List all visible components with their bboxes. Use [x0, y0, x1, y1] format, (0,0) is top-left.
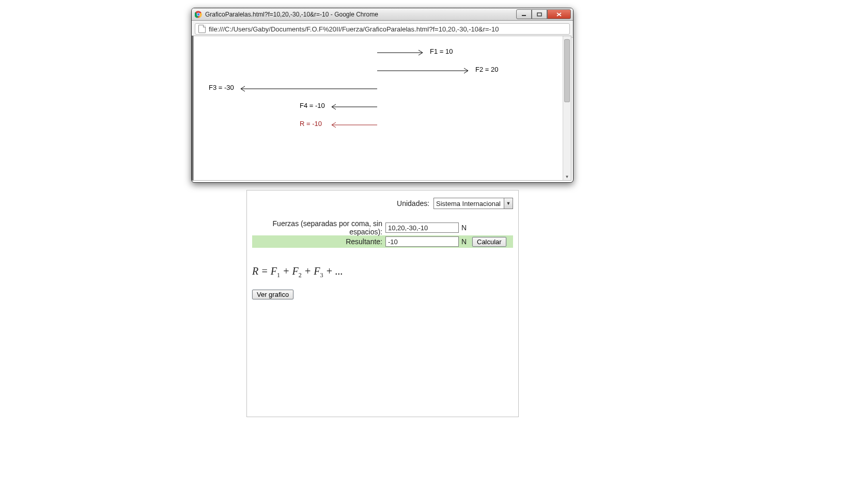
- window-titlebar[interactable]: GraficoParalelas.html?f=10,20,-30,-10&r=…: [192, 8, 573, 21]
- calculator-panel: Unidades: Sistema Internacional ▼ Fuerza…: [246, 190, 519, 417]
- arrow-icon: [241, 85, 384, 92]
- force-label: F4 = -10: [300, 102, 325, 109]
- units-select[interactable]: Sistema Internacional ▼: [433, 198, 513, 209]
- force-label: F2 = 20: [475, 66, 498, 73]
- forces-label: Fuerzas (separadas por coma, sin espacio…: [252, 219, 385, 236]
- units-row: Unidades: Sistema Internacional ▼: [252, 198, 513, 209]
- url-text: file:///C:/Users/Gaby/Documents/F.O.F%20…: [209, 25, 499, 33]
- chrome-icon: [195, 11, 202, 18]
- forces-input[interactable]: [385, 222, 459, 233]
- arrow-icon: [332, 103, 384, 110]
- formula-text: R = F1 + F2 + F3 + ...: [252, 265, 513, 279]
- maximize-button[interactable]: [532, 9, 547, 19]
- svg-rect-4: [537, 13, 541, 16]
- svg-rect-3: [522, 15, 526, 16]
- units-value: Sistema Internacional: [434, 198, 504, 209]
- close-button[interactable]: [547, 9, 571, 19]
- force-label: R = -10: [300, 120, 322, 128]
- chevron-down-icon: ▼: [504, 198, 513, 209]
- force-label: F1 = 10: [430, 47, 453, 55]
- force-vector: F2 = 20: [194, 66, 571, 76]
- resultant-vector: R = -10: [194, 120, 571, 130]
- force-vector: F4 = -10: [194, 102, 571, 112]
- window-title: GraficoParalelas.html?f=10,20,-30,-10&r=…: [205, 11, 516, 18]
- forces-row: Fuerzas (separadas por coma, sin espacio…: [252, 221, 513, 234]
- svg-point-2: [197, 13, 200, 15]
- url-field[interactable]: file:///C:/Users/Gaby/Documents/F.O.F%20…: [195, 23, 570, 35]
- view-graph-button[interactable]: Ver grafico: [252, 290, 293, 299]
- arrow-icon: [332, 121, 384, 129]
- arrow-icon: [377, 49, 430, 56]
- result-label: Resultante:: [252, 237, 385, 246]
- calculate-button[interactable]: Calcular: [472, 237, 506, 247]
- page-viewport: ▲ ▼ F1 = 10F2 = 20F3 = -30F4 = -10R = -1…: [193, 36, 571, 181]
- result-row: Resultante: N Calcular: [252, 235, 513, 248]
- arrow-icon: [377, 67, 475, 74]
- result-output[interactable]: [385, 236, 459, 247]
- file-icon: [198, 25, 206, 33]
- force-label: F3 = -30: [209, 84, 234, 91]
- forces-unit: N: [459, 224, 469, 232]
- minimize-button[interactable]: [516, 9, 532, 19]
- force-vector: F1 = 10: [194, 47, 571, 58]
- result-unit: N: [459, 237, 469, 246]
- force-diagram: F1 = 10F2 = 20F3 = -30F4 = -10R = -10: [194, 36, 571, 180]
- force-vector: F3 = -30: [194, 84, 571, 94]
- browser-window: GraficoParalelas.html?f=10,20,-30,-10&r=…: [191, 8, 574, 183]
- units-label: Unidades:: [397, 199, 429, 208]
- window-controls: [516, 9, 571, 19]
